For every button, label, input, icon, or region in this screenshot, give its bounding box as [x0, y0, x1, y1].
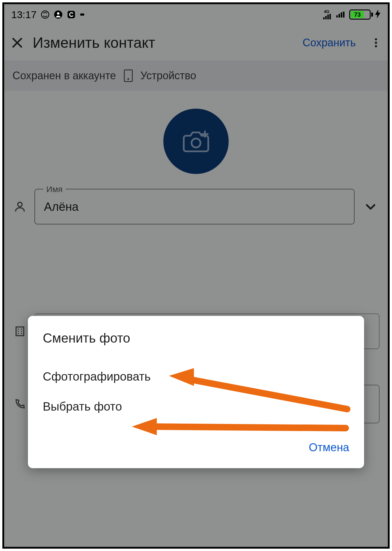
svg-point-4 — [375, 38, 377, 40]
account-target: Устройство — [140, 69, 196, 82]
charging-icon — [375, 10, 381, 20]
saved-in-label: Сохранен в аккаунте — [12, 69, 116, 82]
building-icon — [12, 325, 27, 338]
chevron-down-icon — [364, 200, 377, 213]
svg-point-5 — [375, 42, 377, 44]
phone-icon — [12, 398, 27, 411]
name-field-row: Имя — [4, 189, 388, 236]
svg-point-6 — [375, 45, 377, 47]
app-badge-c-icon — [67, 10, 76, 19]
svg-rect-9 — [16, 327, 24, 335]
choose-photo-option[interactable]: Выбрать фото — [43, 392, 349, 422]
take-photo-option[interactable]: Сфотографировать — [43, 362, 349, 392]
signal-1-icon — [323, 14, 331, 20]
account-icon — [54, 10, 63, 19]
svg-point-0 — [42, 11, 49, 18]
more-vert-icon — [370, 37, 382, 49]
status-time: 13:17 — [11, 9, 37, 20]
name-field-label: Имя — [43, 185, 66, 194]
toolbar-title: Изменить контакт — [33, 34, 294, 51]
expand-name-button[interactable] — [362, 200, 380, 213]
close-icon — [10, 36, 24, 50]
person-icon — [12, 200, 27, 213]
change-photo-dialog: Сменить фото Сфотографировать Выбрать фо… — [28, 316, 364, 468]
svg-point-2 — [57, 12, 59, 15]
close-button[interactable] — [10, 36, 24, 50]
svg-point-7 — [192, 139, 200, 148]
do-not-disturb-icon — [41, 10, 50, 19]
svg-rect-3 — [68, 11, 75, 18]
overflow-menu-button[interactable] — [370, 37, 382, 49]
status-bar: 13:17 •• 4G — [4, 4, 388, 25]
camera-plus-icon — [183, 129, 209, 153]
avatar-section — [4, 91, 388, 189]
dialog-title: Сменить фото — [43, 331, 349, 346]
more-notifications-icon: •• — [80, 10, 83, 19]
signal-2-icon — [335, 11, 345, 18]
phone-screen: 13:17 •• 4G — [2, 2, 390, 549]
saved-account-strip[interactable]: Сохранен в аккаунте Устройство — [4, 61, 388, 91]
battery-indicator: 73 — [349, 10, 381, 20]
dialog-cancel-button[interactable]: Отмена — [306, 436, 349, 459]
name-field[interactable]: Имя — [34, 189, 355, 224]
svg-point-8 — [18, 202, 22, 207]
name-input[interactable] — [44, 200, 345, 213]
save-button[interactable]: Сохранить — [303, 37, 356, 49]
device-icon — [124, 69, 133, 82]
edit-contact-toolbar: Изменить контакт Сохранить — [4, 25, 388, 61]
add-photo-button[interactable] — [163, 109, 229, 174]
